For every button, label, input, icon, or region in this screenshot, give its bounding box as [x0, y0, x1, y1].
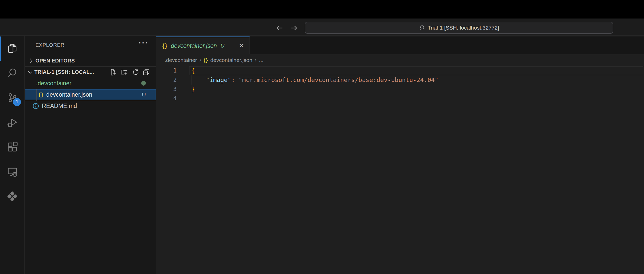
tab-devcontainer-json[interactable]: {} devcontainer.json U ✕	[156, 36, 250, 54]
activity-azure-diamond-icon[interactable]	[0, 184, 24, 209]
line-number: 2	[156, 75, 177, 85]
code-editor[interactable]: 1{2 "image": "mcr.microsoft.com/devconta…	[156, 66, 644, 274]
tree-item--devcontainer[interactable]: .devcontainer	[25, 78, 156, 89]
menu-bar-strip	[0, 0, 644, 19]
activity-source-control-icon[interactable]: 1	[0, 85, 24, 110]
nav-forward-arrow-icon[interactable]	[290, 24, 298, 32]
activity-extensions-icon[interactable]	[0, 135, 24, 159]
code-line-2[interactable]: "image": "mcr.microsoft.com/devcontainer…	[191, 75, 438, 85]
nav-back-arrow-icon[interactable]	[275, 24, 284, 32]
explorer-sidebar: EXPLORER ··· OPEN EDITORS TRIAL-1 [SSH: …	[25, 36, 156, 274]
activity-files-icon[interactable]	[0, 36, 24, 61]
new-folder-icon[interactable]	[120, 68, 128, 76]
command-center-search[interactable]: Trial-1 [SSH: localhost:32772]	[305, 22, 613, 34]
code-line-3[interactable]: }	[191, 85, 195, 94]
code-line-1[interactable]: {	[191, 66, 195, 75]
info-icon	[32, 103, 39, 109]
breadcrumb-separator-icon: ›	[199, 56, 201, 63]
json-braces-icon: {}	[162, 42, 168, 49]
activity-search-icon[interactable]	[0, 61, 24, 85]
token-punct: :	[231, 76, 239, 84]
tree-item-label: devcontainer.json	[46, 91, 92, 98]
breadcrumb: .devcontainer›{}devcontainer.json›...	[156, 54, 644, 66]
git-status-badge: U	[142, 92, 146, 98]
indent-guide	[36, 89, 37, 101]
current-line-highlight	[189, 66, 643, 75]
json-braces-icon: {}	[39, 92, 44, 98]
activity-run-debug-icon[interactable]	[0, 110, 24, 135]
workspace-section-label: TRIAL-1 [SSH: LOCAL...	[34, 69, 94, 75]
sidebar-title: EXPLORER	[35, 42, 64, 48]
line-number: 3	[156, 85, 177, 94]
open-editors-section[interactable]: OPEN EDITORS	[25, 55, 156, 66]
tree-item-label: .devcontainer	[36, 80, 71, 87]
token-bracket: }	[191, 86, 195, 93]
sidebar-header: EXPLORER ···	[25, 36, 156, 54]
line-number: 4	[156, 94, 177, 103]
token-key: "image"	[206, 76, 231, 84]
editor-group: {} devcontainer.json U ✕ .devcontainer›{…	[156, 36, 644, 274]
vscode-window: Trial-1 [SSH: localhost:32772] 1 EXPLORE…	[0, 0, 644, 274]
breadcrumb-label: .devcontainer	[165, 57, 197, 63]
new-file-icon[interactable]	[109, 68, 117, 76]
close-icon[interactable]: ✕	[239, 42, 244, 50]
breadcrumb-label: devcontainer.json	[210, 57, 252, 63]
tree-item-README-md[interactable]: README.md	[25, 100, 156, 112]
active-indicator	[0, 36, 1, 61]
open-editors-label: OPEN EDITORS	[35, 58, 75, 64]
tab-git-status-badge: U	[221, 42, 225, 49]
chevron-down-icon	[27, 69, 34, 76]
token-ws	[191, 76, 206, 84]
token-string: "mcr.microsoft.com/devcontainers/base:de…	[239, 76, 438, 84]
section-actions	[109, 68, 156, 76]
title-bar: Trial-1 [SSH: localhost:32772]	[0, 19, 644, 36]
collapse-all-icon[interactable]	[143, 68, 150, 76]
chevron-right-icon	[28, 57, 34, 64]
source-control-badge: 1	[13, 98, 21, 106]
tree-item-label: README.md	[42, 103, 77, 109]
json-braces-icon: {}	[204, 58, 208, 63]
workspace-section-header[interactable]: TRIAL-1 [SSH: LOCAL...	[25, 66, 156, 78]
more-actions-icon[interactable]: ···	[139, 39, 149, 47]
breadcrumb-label: ...	[259, 57, 264, 63]
search-icon	[419, 25, 425, 31]
breadcrumb-item[interactable]: .devcontainer	[165, 57, 197, 63]
git-modified-dot	[141, 81, 146, 86]
activity-remote-explorer-icon[interactable]	[0, 159, 24, 184]
tab-label: devcontainer.json	[171, 42, 217, 49]
tree-item-devcontainer-json[interactable]: {}devcontainer.jsonU	[25, 89, 156, 100]
breadcrumb-separator-icon: ›	[255, 56, 257, 63]
breadcrumb-item[interactable]: {}devcontainer.json	[204, 57, 252, 63]
line-number: 1	[156, 66, 177, 75]
activity-bar: 1	[0, 36, 25, 274]
code-indent-guide	[192, 75, 192, 85]
tab-bar: {} devcontainer.json U ✕	[156, 36, 644, 54]
breadcrumb-item[interactable]: ...	[259, 57, 264, 63]
command-center-text: Trial-1 [SSH: localhost:32772]	[428, 25, 499, 31]
refresh-icon[interactable]	[131, 68, 139, 76]
token-bracket: {	[191, 67, 195, 74]
